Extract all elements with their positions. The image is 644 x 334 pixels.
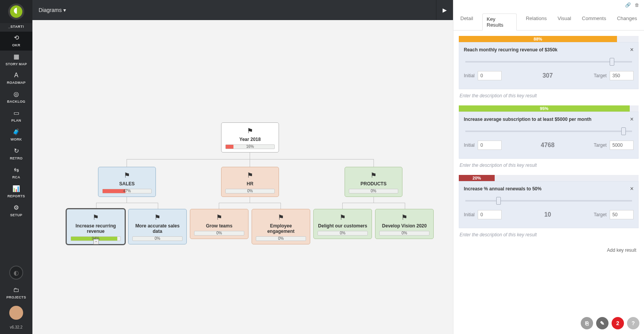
kr-progress-bar: 88%	[459, 36, 639, 42]
nav-plan[interactable]: ▭ PLAN	[0, 107, 32, 126]
nav-storymap-icon: ▦	[0, 53, 32, 60]
progress-label: 0%	[256, 237, 306, 241]
flag-icon: ⚑	[256, 213, 306, 222]
objective-develop-vision-2020[interactable]: ⚑ Develop Vision 2020 0%	[375, 209, 434, 239]
nav-backlog[interactable]: ◎ BACKLOG	[0, 88, 32, 107]
objective-delight-our-customers[interactable]: ⚑ Delight our customers 0%	[313, 209, 372, 239]
tab-key-results[interactable]: Key Results	[482, 14, 516, 31]
diagrams-dropdown[interactable]: Diagrams ▾	[39, 7, 66, 13]
progress-bar: 0%	[194, 231, 244, 236]
floating-actions: ⎘ ✎ 2 ?	[581, 317, 639, 329]
nav-retro[interactable]: ↻ RETRO	[0, 145, 32, 164]
kr-description-placeholder[interactable]: Enter the description of this key result	[459, 228, 639, 239]
current-value: 307	[505, 72, 591, 79]
flag-icon: ⚑	[71, 213, 121, 222]
progress-label: 47%	[103, 189, 151, 193]
edit-button[interactable]: ✎	[596, 317, 609, 329]
key-result-card: 88% Reach monthly recurring revenue of $…	[459, 36, 639, 100]
logo[interactable]	[0, 0, 32, 23]
kr-progress-fill: 95%	[459, 105, 630, 112]
kr-title: Reach monthly recurring revenue of $350k	[464, 47, 634, 53]
collapse-sidebar-icon[interactable]: ◐	[9, 266, 23, 280]
objective-sales[interactable]: ⚑ SALES 47%	[98, 167, 156, 197]
projects-label: PROJECTS	[7, 295, 26, 299]
initial-input[interactable]	[478, 71, 502, 80]
kr-slider[interactable]	[465, 127, 632, 135]
nav-storymap[interactable]: ▦ STORY MAP	[0, 51, 32, 70]
initial-input[interactable]	[478, 210, 502, 219]
initial-label: Initial	[464, 73, 475, 78]
nav-retro-icon: ↻	[0, 147, 32, 154]
target-label: Target	[594, 212, 607, 217]
objective-title: More accurate sales data	[132, 223, 183, 234]
nav-reports-label: REPORTS	[7, 194, 25, 198]
sidebar: _START! ⟲ OKR▦ STORY MAPA ROADMAP◎ BACKL…	[0, 0, 32, 334]
objective-hr[interactable]: ⚑ HR 0%	[221, 167, 279, 197]
collapse-panel-icon[interactable]: ▶	[436, 0, 453, 20]
objective-title: Grow teams	[194, 223, 244, 229]
nav-projects[interactable]: 🗀 PROJECTS	[0, 284, 32, 303]
progress-label: 0%	[133, 237, 182, 241]
add-key-result-link[interactable]: Add key result	[459, 244, 639, 256]
tab-changes[interactable]: Changes	[615, 13, 639, 30]
kr-slider[interactable]	[465, 58, 632, 66]
close-icon[interactable]: ×	[630, 46, 634, 53]
close-icon[interactable]: ×	[630, 116, 634, 123]
help-button[interactable]: ?	[627, 317, 639, 329]
tab-visual[interactable]: Visual	[556, 13, 573, 30]
nav-rca-icon: ⇆	[0, 166, 32, 173]
kr-title: Increase average subscription to at leas…	[464, 117, 634, 122]
close-icon[interactable]: ×	[630, 185, 634, 192]
kr-description-placeholder[interactable]: Enter the description of this key result	[459, 89, 639, 100]
current-value: 10	[505, 211, 591, 218]
progress-bar: 0%	[318, 231, 368, 236]
kr-progress-fill: 88%	[459, 36, 617, 42]
tab-detail[interactable]: Detail	[459, 13, 475, 30]
initial-input[interactable]	[478, 141, 502, 150]
objective-products[interactable]: ⚑ PRODUCTS 0%	[345, 167, 402, 197]
target-label: Target	[594, 142, 607, 148]
flag-icon: ⚑	[225, 171, 275, 180]
link-icon[interactable]: 🔗	[625, 2, 631, 11]
nav-roadmap-label: ROADMAP	[7, 81, 26, 85]
nav-roadmap[interactable]: A ROADMAP	[0, 70, 32, 88]
target-input[interactable]	[610, 141, 634, 150]
objective-root[interactable]: ⚑ Year 2018 16%	[221, 122, 279, 153]
tab-comments[interactable]: Comments	[580, 13, 608, 30]
kr-slider[interactable]	[465, 197, 632, 205]
nav-plan-label: PLAN	[11, 119, 21, 122]
avatar[interactable]	[9, 306, 23, 320]
trash-icon[interactable]: 🗑	[635, 2, 639, 11]
progress-bar: 16%	[225, 144, 275, 149]
kr-progress-bar: 20%	[459, 175, 639, 181]
diagram-canvas[interactable]: ⚑ Year 2018 16% ⚑ SALES 47% ⚑ HR 0% ⚑ PR…	[32, 20, 453, 334]
nav-okr-label: OKR	[12, 43, 20, 47]
objective-grow-teams[interactable]: ⚑ Grow teams 0%	[190, 209, 248, 239]
kr-description-placeholder[interactable]: Enter the description of this key result	[459, 159, 639, 170]
current-value: 4768	[505, 142, 591, 149]
flag-icon: ⚑	[132, 213, 183, 222]
nav-rca[interactable]: ⇆ RCA	[0, 164, 32, 183]
objective-more-accurate-sales-data[interactable]: ⚑ More accurate sales data 0%	[128, 209, 187, 244]
progress-bar: 47%	[102, 189, 152, 193]
target-input[interactable]	[610, 210, 634, 219]
expand-toggle[interactable]: -	[93, 239, 99, 244]
nav-work-label: WORK	[10, 137, 22, 141]
nav-setup[interactable]: ⚙ SETUP	[0, 202, 32, 220]
right-panel: 🔗 🗑 DetailKey ResultsRelationsVisualComm…	[453, 0, 644, 334]
progress-bar: 0%	[379, 231, 429, 236]
nav-work-icon: 🧳	[0, 128, 32, 136]
nav-work[interactable]: 🧳 WORK	[0, 126, 32, 145]
nav-reports[interactable]: 📊 REPORTS	[0, 183, 32, 202]
objective-title: Year 2018	[225, 137, 275, 142]
objective-employee-engagement[interactable]: ⚑ Employee engagement 0%	[252, 209, 310, 244]
copy-button[interactable]: ⎘	[581, 317, 593, 329]
target-input[interactable]	[610, 71, 634, 80]
notifications-badge[interactable]: 2	[612, 317, 624, 329]
progress-label: 0%	[349, 189, 398, 193]
nav-okr[interactable]: ⟲ OKR	[0, 32, 32, 51]
nav-setup-icon: ⚙	[0, 204, 32, 211]
tab-relations[interactable]: Relations	[524, 13, 548, 30]
progress-label: 0%	[380, 231, 429, 235]
flag-icon: ⚑	[318, 213, 368, 222]
